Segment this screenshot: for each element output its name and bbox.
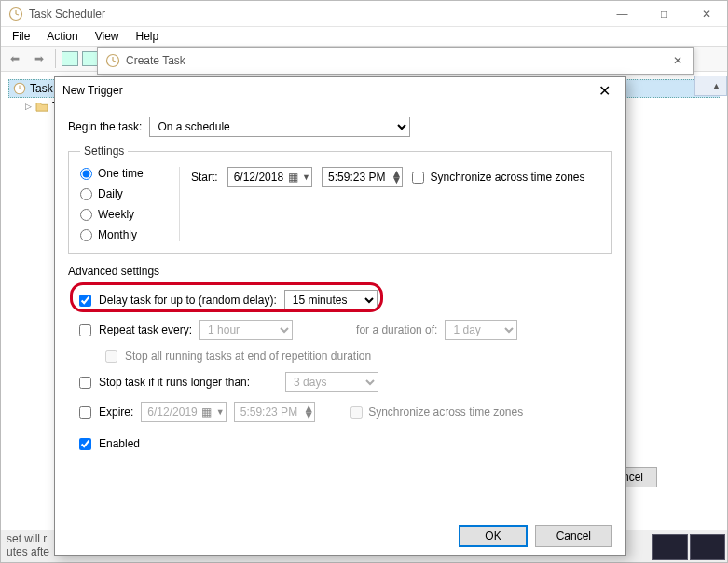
menu-view[interactable]: View	[88, 28, 127, 45]
dialog-titlebar: New Trigger ✕	[55, 77, 625, 103]
menu-file[interactable]: File	[5, 28, 37, 45]
chevron-down-icon[interactable]: ▼	[300, 172, 309, 182]
cancel-button[interactable]: Cancel	[535, 525, 612, 547]
start-time-field[interactable]: 5:59:23 PM ▲▼	[322, 167, 403, 187]
expire-time-value: 5:59:23 PM	[239, 405, 299, 419]
chevron-up-icon: ▲	[712, 81, 721, 90]
stop-if-select: 3 days	[285, 372, 378, 392]
start-label: Start:	[191, 171, 218, 184]
settings-group: Settings One time Daily Weekly Monthly S…	[68, 144, 612, 254]
expire-date-value: 6/12/2019	[145, 405, 199, 419]
sync-tz-checkbox[interactable]	[412, 172, 424, 184]
advanced-settings-legend: Advanced settings	[68, 265, 612, 278]
stop-all-label: Stop all running tasks at end of repetit…	[125, 350, 371, 363]
sync-tz-label: Synchronize across time zones	[430, 171, 584, 184]
schedule-daily[interactable]: Daily	[80, 187, 164, 200]
background-text: set will r utes afte	[7, 532, 49, 558]
clock-icon	[105, 53, 120, 68]
create-task-close-button[interactable]: ✕	[663, 48, 693, 74]
minimize-button[interactable]: —	[601, 1, 643, 27]
stop-if-label: Stop task if it runs longer than:	[99, 376, 250, 389]
create-task-title: Create Task	[126, 54, 663, 67]
dialog-close-button[interactable]: ✕	[590, 82, 618, 100]
schedule-daily-radio[interactable]	[80, 188, 92, 200]
actions-pane-header[interactable]: ▲	[694, 76, 727, 96]
expire-sync-checkbox	[350, 406, 363, 419]
clock-icon	[8, 7, 23, 21]
begin-task-select[interactable]: On a schedule	[149, 117, 410, 137]
background-thumbnails	[652, 534, 725, 560]
schedule-monthly-radio[interactable]	[80, 229, 92, 241]
schedule-one-time-radio[interactable]	[80, 168, 92, 180]
window-title: Task Scheduler	[29, 7, 601, 21]
enabled-checkbox[interactable]	[79, 438, 91, 450]
sync-tz-option[interactable]: Synchronize across time zones	[412, 171, 584, 184]
forward-button[interactable]: ➡	[29, 48, 49, 69]
time-spinner[interactable]: ▲▼	[387, 171, 400, 184]
stop-all-checkbox	[105, 350, 117, 363]
expire-label: Expire:	[99, 405, 133, 419]
start-date-value: 6/12/2018	[232, 171, 285, 184]
expire-time-field: 5:59:23 PM ▲▼	[234, 402, 315, 422]
tree-expand-icon[interactable]: ▷	[25, 102, 32, 111]
begin-task-label: Begin the task:	[68, 120, 142, 133]
expire-date-field: 6/12/2019 ▦ ▼	[141, 402, 226, 422]
repeat-checkbox[interactable]	[79, 324, 91, 336]
menu-help[interactable]: Help	[129, 28, 167, 45]
maximize-button[interactable]: □	[643, 1, 685, 27]
calendar-icon[interactable]: ▦	[285, 171, 300, 184]
start-time-value: 5:59:23 PM	[326, 171, 387, 184]
start-date-field[interactable]: 6/12/2018 ▦ ▼	[227, 167, 312, 187]
folder-icon	[35, 101, 48, 112]
expire-checkbox[interactable]	[79, 406, 91, 419]
stop-if-checkbox[interactable]	[79, 377, 91, 389]
schedule-weekly-radio[interactable]	[80, 209, 92, 221]
settings-legend: Settings	[80, 144, 128, 158]
schedule-one-time[interactable]: One time	[80, 167, 164, 180]
clock-icon	[13, 82, 26, 95]
dialog-title: New Trigger	[62, 84, 590, 97]
repeat-duration-select: 1 day	[445, 320, 517, 340]
delay-select[interactable]: 15 minutes	[284, 290, 378, 310]
schedule-weekly[interactable]: Weekly	[80, 208, 164, 221]
repeat-interval-select: 1 hour	[199, 320, 293, 340]
calendar-icon: ▦	[199, 405, 214, 419]
toolbar-separator	[55, 49, 56, 68]
chevron-down-icon: ▼	[214, 407, 224, 417]
ok-button[interactable]: OK	[459, 525, 527, 547]
schedule-monthly[interactable]: Monthly	[80, 228, 164, 241]
divider	[68, 282, 612, 282]
repeat-label: Repeat task every:	[99, 323, 192, 336]
create-task-window: Create Task ✕	[97, 47, 694, 75]
delay-label: Delay task for up to (random delay):	[99, 294, 277, 307]
titlebar: Task Scheduler — □ ✕	[1, 1, 727, 27]
actions-pane: ▲	[694, 76, 727, 467]
repeat-duration-label: for a duration of:	[356, 323, 437, 336]
schedule-options: One time Daily Weekly Monthly	[80, 167, 164, 241]
menu-action[interactable]: Action	[39, 28, 85, 45]
enabled-label: Enabled	[99, 437, 140, 450]
new-trigger-dialog: New Trigger ✕ Begin the task: On a sched…	[54, 76, 626, 556]
expire-sync-option: Synchronize across time zones	[350, 405, 523, 419]
back-button[interactable]: ⬅	[5, 48, 25, 69]
close-button[interactable]: ✕	[685, 1, 727, 27]
toolbar-view-button[interactable]	[62, 51, 78, 66]
delay-checkbox[interactable]	[79, 295, 91, 307]
time-spinner: ▲▼	[299, 405, 312, 419]
expire-sync-label: Synchronize across time zones	[368, 405, 523, 419]
menu-bar: File Action View Help	[1, 27, 727, 46]
